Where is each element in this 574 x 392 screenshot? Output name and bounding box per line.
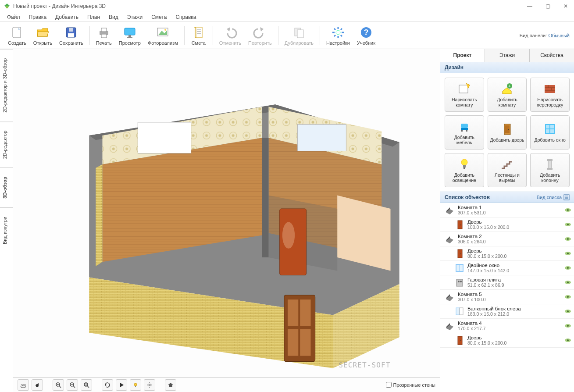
play-button[interactable] (116, 379, 127, 391)
svg-point-92 (508, 129, 509, 130)
visibility-toggle[interactable] (564, 323, 571, 328)
btn-furniture[interactable]: Добавить мебель (445, 115, 484, 150)
toolbar-tutorial[interactable]: ?Учебник (353, 25, 379, 46)
visibility-toggle[interactable] (564, 294, 571, 299)
window-icon (454, 263, 465, 273)
object-row[interactable]: Комната 5 307.0 x 100.0 (440, 290, 574, 304)
object-dims: 80.0 x 15.0 x 200.0 (467, 340, 564, 346)
object-row[interactable]: Дверь 80.0 x 15.0 x 200.0 (440, 246, 574, 261)
transparent-walls-checkbox[interactable]: Прозрачные стены (386, 382, 435, 388)
object-dims: 307.0 x 100.0 (458, 297, 564, 302)
object-row[interactable]: Комната 1 307.0 x 531.0 (440, 203, 574, 217)
svg-rect-87 (461, 128, 468, 130)
rtab-floors[interactable]: Этажи (485, 49, 530, 62)
svg-rect-143 (458, 336, 462, 345)
menu-floors[interactable]: Этажи (124, 13, 146, 21)
object-row[interactable]: Комната 2 306.0 x 264.0 (440, 232, 574, 246)
tab-inside[interactable]: Вид изнутри (0, 207, 13, 253)
list-view-mode[interactable]: Вид списка (537, 194, 570, 200)
toolbar-settings[interactable]: Настройки (323, 25, 353, 46)
btn-add-room[interactable]: +Добавить комнату (488, 78, 527, 112)
toolbar-open[interactable]: Открыть (30, 25, 56, 46)
svg-point-75 (149, 384, 150, 386)
visibility-toggle[interactable] (564, 236, 571, 242)
object-row[interactable]: Комната 4 170.0 x 217.7 (440, 319, 574, 333)
toolbar-redo[interactable]: Повторить (245, 25, 275, 46)
visibility-toggle[interactable] (564, 265, 571, 271)
visibility-toggle[interactable] (564, 280, 571, 285)
room-icon (445, 205, 455, 215)
visibility-toggle[interactable] (564, 207, 571, 213)
photo-icon (156, 25, 170, 39)
rotate-360-button[interactable]: 360 (18, 379, 29, 391)
zoom-out-button[interactable] (67, 379, 78, 391)
toolbar-duplicate[interactable]: Дублировать (281, 25, 317, 46)
svg-rect-55 (300, 299, 310, 326)
object-row[interactable]: Газовая плита 51.0 x 62.1 x 86.9 (440, 275, 574, 290)
panel-mode-link[interactable]: Обычный (548, 33, 570, 38)
object-row[interactable]: Дверь 80.0 x 15.0 x 200.0 (440, 333, 574, 348)
svg-marker-44 (262, 138, 268, 257)
draw-room-icon (457, 82, 471, 96)
3d-canvas[interactable]: SECRET-SOFT (13, 49, 440, 377)
toolbar-save[interactable]: Сохранить (56, 25, 87, 46)
zoom-in-button[interactable] (53, 379, 64, 391)
light-button[interactable] (130, 379, 141, 391)
home-button[interactable] (165, 379, 176, 391)
toolbar-photorealism[interactable]: Фотореализм (144, 25, 182, 46)
visibility-toggle[interactable] (564, 251, 571, 256)
rtab-properties[interactable]: Свойства (530, 49, 574, 62)
menu-edit[interactable]: Правка (25, 13, 50, 21)
btn-column[interactable]: Добавить колонну (530, 153, 570, 187)
tab-3d[interactable]: 3D-обзор (0, 167, 13, 207)
rtab-project[interactable]: Проект (440, 49, 485, 62)
btn-door[interactable]: Добавить дверь (488, 115, 527, 150)
svg-rect-70 (85, 384, 87, 385)
svg-rect-118 (458, 249, 462, 258)
btn-stairs[interactable]: Лестницы и вырезы (488, 153, 527, 187)
close-button[interactable]: ✕ (561, 2, 570, 10)
tab-2d[interactable]: 2D-редактор (0, 121, 13, 167)
pan-button[interactable] (32, 379, 43, 391)
svg-rect-11 (128, 35, 131, 37)
toolbar-estimate[interactable]: Смета (187, 25, 210, 46)
maximize-button[interactable]: ▢ (543, 2, 553, 10)
object-dims: 100.0 x 15.0 x 200.0 (467, 225, 564, 230)
toolbar-new[interactable]: Создать (4, 25, 30, 46)
minimize-button[interactable]: — (524, 2, 535, 10)
svg-rect-77 (459, 85, 468, 93)
visibility-toggle[interactable] (564, 338, 571, 343)
btn-window[interactable]: Добавить окно (530, 115, 570, 150)
toolbar-print[interactable]: Печать (93, 25, 115, 46)
toolbar-preview[interactable]: Просмотр (115, 25, 144, 46)
menu-help[interactable]: Справка (172, 13, 200, 21)
svg-rect-74 (135, 386, 136, 387)
menu-view[interactable]: Вид (105, 13, 122, 21)
zoom-fit-button[interactable] (81, 379, 92, 391)
object-row[interactable]: Дверь 100.0 x 15.0 x 200.0 (440, 217, 574, 232)
print-icon (97, 25, 111, 39)
tab-2d-3d[interactable]: 2D-редактор и 3D-обзор (0, 49, 13, 121)
svg-point-68 (84, 383, 88, 386)
svg-marker-76 (168, 383, 173, 387)
menu-estimate[interactable]: Смета (148, 13, 170, 21)
visibility-toggle[interactable] (564, 309, 571, 314)
menu-add[interactable]: Добавить (52, 13, 82, 21)
visibility-toggle[interactable] (564, 222, 571, 227)
btn-draw-room[interactable]: Нарисовать комнату (445, 78, 484, 112)
object-row[interactable]: Балконный блок слева 183.0 x 15.0 x 212.… (440, 304, 574, 319)
menu-file[interactable]: Файл (4, 13, 24, 21)
btn-partition[interactable]: Нарисовать перегородку (530, 78, 570, 112)
view-settings-button[interactable] (144, 379, 155, 391)
menu-plan[interactable]: План (84, 13, 103, 21)
svg-rect-135 (456, 308, 460, 315)
svg-point-130 (567, 282, 569, 283)
object-row[interactable]: Двойное окно 147.0 x 15.0 x 142.0 (440, 261, 574, 275)
reset-view-button[interactable] (102, 379, 113, 391)
svg-rect-98 (463, 167, 465, 169)
design-grid: Нарисовать комнату +Добавить комнату Нар… (440, 73, 574, 192)
toolbar-undo[interactable]: Отменить (216, 25, 245, 46)
object-name: Газовая плита (467, 277, 564, 282)
stove-icon (454, 277, 465, 288)
btn-lighting[interactable]: Добавить освещение (445, 153, 484, 187)
